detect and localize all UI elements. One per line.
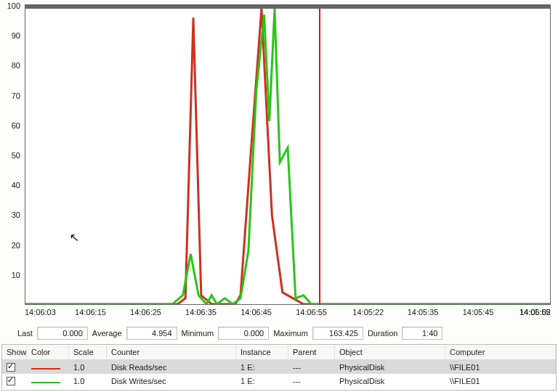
min-label: Minimum [182,329,214,338]
col-color[interactable]: Color [27,345,69,359]
y-tick-label: 90 [12,31,20,40]
y-tick-label: 30 [12,211,20,219]
last-label: Last [17,329,33,338]
x-tick-label: 14:06:55 [296,308,327,317]
col-scale[interactable]: Scale [69,345,107,359]
avg-value: 4.954 [126,327,177,340]
col-instance[interactable]: Instance [236,345,288,359]
cell-parent: --- [288,363,335,372]
y-tick-label: 80 [12,61,20,70]
chart-series [25,9,550,304]
x-tick-label: 14:05:45 [463,308,494,317]
y-axis: 102030405060708090100 [4,6,22,305]
perfmon-window: 102030405060708090100 14:06:0314:06:1514… [0,0,558,392]
cell-computer: \\FILE01 [445,377,556,385]
x-tick-label: 14:06:25 [130,308,161,317]
cell-counter: Disk Writes/sec [107,377,236,385]
col-parent[interactable]: Parent [288,345,335,359]
cell-object: PhysicalDisk [335,363,445,372]
stats-row: Last 0.000 Average 4.954 Minimum 0.000 M… [3,325,555,341]
cell-computer: \\FILE01 [445,363,556,372]
color-swatch [31,382,60,383]
legend-row[interactable]: 1.0Disk Reads/sec1 E:---PhysicalDisk\\FI… [2,360,556,374]
col-show[interactable]: Show [2,345,27,359]
y-tick-label: 20 [12,241,20,250]
show-checkbox[interactable] [7,377,15,385]
max-value: 163.425 [312,327,363,340]
x-tick-label: 14:06:02 [519,308,551,317]
dur-value: 1:40 [402,327,442,340]
max-label: Maximum [273,329,308,338]
legend-row[interactable]: 1.0Disk Writes/sec1 E:---PhysicalDisk\\F… [2,374,556,388]
x-tick-label: 14:06:15 [75,308,106,317]
y-tick-label: 70 [12,91,20,100]
legend-body: 1.0Disk Reads/sec1 E:---PhysicalDisk\\FI… [2,360,556,388]
cell-instance: 1 E: [236,363,288,372]
y-tick-label: 60 [12,121,20,130]
cell-object: PhysicalDisk [335,377,445,385]
min-value: 0.000 [218,327,269,340]
col-counter[interactable]: Counter [107,345,236,359]
show-checkbox[interactable] [7,363,15,372]
cell-instance: 1 E: [236,377,288,385]
color-swatch [31,368,60,369]
x-tick-label: 14:05:35 [408,308,439,317]
y-tick-label: 50 [12,151,20,160]
cell-scale: 1.0 [69,377,107,385]
cell-parent: --- [288,377,335,385]
legend-header[interactable]: Show Color Scale Counter Instance Parent… [2,345,556,360]
time-cursor[interactable] [319,9,320,304]
cell-scale: 1.0 [69,363,107,372]
col-object[interactable]: Object [335,345,445,359]
x-tick-label: 14:06:35 [185,308,217,317]
series-line [25,9,550,304]
y-tick-label: 40 [12,181,20,189]
plot[interactable] [25,4,551,305]
avg-label: Average [92,329,122,338]
y-tick-label: 10 [12,271,20,279]
y-tick-label: 100 [7,1,20,10]
counter-legend[interactable]: Show Color Scale Counter Instance Parent… [1,344,557,391]
x-tick-label: 14:05:22 [352,308,384,317]
last-value: 0.000 [37,327,88,340]
dur-label: Duration [368,329,398,338]
x-axis: 14:06:0314:06:1514:06:2514:06:3514:06:45… [25,306,551,322]
x-tick-label: 14:06:03 [25,308,56,317]
x-tick-label: 14:06:45 [240,308,272,317]
chart-area: 102030405060708090100 14:06:0314:06:1514… [4,1,554,322]
col-computer[interactable]: Computer [445,345,556,359]
cell-counter: Disk Reads/sec [107,363,236,372]
